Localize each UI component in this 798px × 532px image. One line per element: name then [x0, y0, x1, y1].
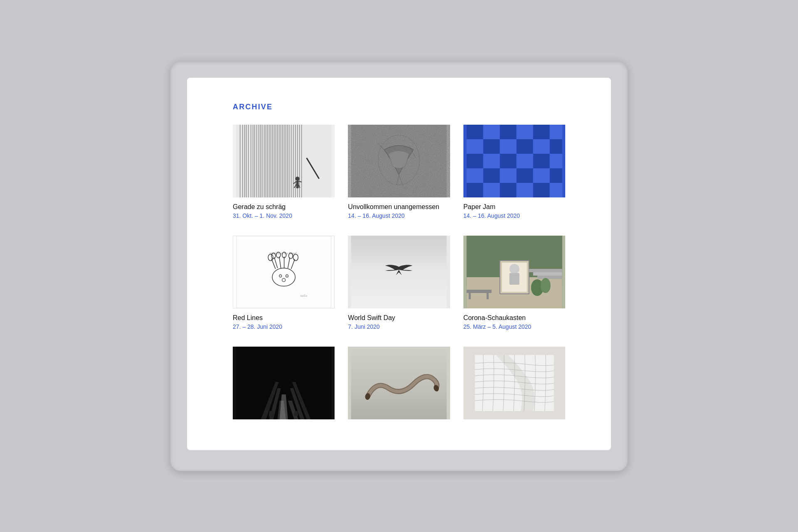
- svg-rect-52: [483, 125, 500, 139]
- svg-rect-75: [466, 183, 483, 197]
- svg-rect-127: [295, 411, 298, 416]
- svg-point-35: [296, 177, 300, 181]
- item-image-swift: [348, 236, 450, 308]
- list-item[interactable]: [348, 347, 450, 425]
- item-image-checker: [463, 125, 565, 197]
- svg-rect-65: [500, 154, 516, 168]
- svg-rect-70: [483, 168, 500, 183]
- svg-rect-74: [549, 168, 562, 183]
- svg-rect-68: [549, 154, 562, 168]
- item-date: 25. März – 5. August 2020: [463, 323, 565, 330]
- svg-rect-62: [549, 139, 562, 154]
- svg-rect-55: [533, 125, 549, 139]
- item-image-stripes: [233, 125, 335, 197]
- item-image-lights: [233, 347, 335, 419]
- svg-rect-73: [533, 168, 549, 183]
- svg-rect-0: [236, 125, 332, 197]
- item-title: Paper Jam: [463, 203, 565, 211]
- svg-rect-107: [509, 273, 519, 285]
- item-title: Gerade zu schräg: [233, 203, 335, 211]
- svg-rect-77: [500, 183, 516, 197]
- item-image-mesh: [463, 347, 565, 419]
- item-title: World Swift Day: [348, 314, 450, 322]
- svg-rect-78: [516, 183, 533, 197]
- item-image-drawing: stories in my head: [233, 236, 335, 308]
- svg-rect-69: [466, 168, 483, 183]
- item-image-snake: [348, 347, 450, 419]
- svg-rect-109: [533, 272, 562, 276]
- svg-rect-112: [468, 293, 470, 299]
- svg-rect-57: [466, 139, 483, 154]
- item-date: 31. Okt. – 1. Nov. 2020: [233, 212, 335, 219]
- item-image-outdoor: [463, 236, 565, 308]
- svg-text:nadia: nadia: [300, 294, 308, 298]
- svg-rect-56: [549, 125, 562, 139]
- svg-rect-67: [533, 154, 549, 168]
- item-date: 14. – 16. August 2020: [463, 212, 565, 219]
- list-item[interactable]: [463, 347, 565, 425]
- svg-rect-81: [236, 236, 331, 308]
- svg-rect-61: [533, 139, 549, 154]
- item-date: 7. Juni 2020: [348, 323, 450, 330]
- list-item[interactable]: stories in my head: [233, 236, 335, 330]
- svg-rect-60: [516, 139, 533, 154]
- item-image-fossil: [348, 125, 450, 197]
- content-area: ARCHIVE: [191, 78, 607, 450]
- svg-rect-66: [516, 154, 533, 168]
- svg-rect-76: [483, 183, 500, 197]
- svg-rect-110: [537, 276, 562, 279]
- item-title: Red Lines: [233, 314, 335, 322]
- item-date: 27. – 28. Juni 2020: [233, 323, 335, 330]
- svg-rect-125: [269, 411, 273, 417]
- svg-rect-113: [486, 293, 488, 299]
- svg-point-106: [509, 264, 519, 274]
- archive-title: ARCHIVE: [233, 103, 565, 111]
- list-item[interactable]: World Swift Day 7. Juni 2020: [348, 236, 450, 330]
- svg-rect-58: [483, 139, 500, 154]
- svg-rect-71: [500, 168, 516, 183]
- svg-rect-128: [351, 347, 447, 419]
- svg-rect-59: [500, 139, 516, 154]
- item-title: Unvollkommen unangemessen: [348, 203, 450, 211]
- list-item[interactable]: Gerade zu schräg 31. Okt. – 1. Nov. 2020: [233, 125, 335, 219]
- item-title: Corona-Schaukasten: [463, 314, 565, 322]
- list-item[interactable]: Paper Jam 14. – 16. August 2020: [463, 125, 565, 219]
- svg-rect-51: [466, 125, 483, 139]
- list-item[interactable]: Corona-Schaukasten 25. März – 5. August …: [463, 236, 565, 330]
- archive-grid: Gerade zu schräg 31. Okt. – 1. Nov. 2020: [233, 125, 565, 425]
- svg-rect-63: [466, 154, 483, 168]
- svg-rect-72: [516, 168, 533, 183]
- svg-rect-79: [533, 183, 549, 197]
- svg-rect-111: [466, 290, 491, 293]
- monitor-frame: ARCHIVE: [170, 61, 628, 471]
- list-item[interactable]: [233, 347, 335, 425]
- svg-rect-80: [549, 183, 562, 197]
- screen: ARCHIVE: [187, 78, 611, 450]
- svg-rect-54: [516, 125, 533, 139]
- item-date: 14. – 16. August 2020: [348, 212, 450, 219]
- svg-point-115: [540, 278, 550, 293]
- svg-rect-64: [483, 154, 500, 168]
- svg-rect-108: [529, 269, 562, 272]
- list-item[interactable]: Unvollkommen unangemessen 14. – 16. Augu…: [348, 125, 450, 219]
- svg-rect-53: [500, 125, 516, 139]
